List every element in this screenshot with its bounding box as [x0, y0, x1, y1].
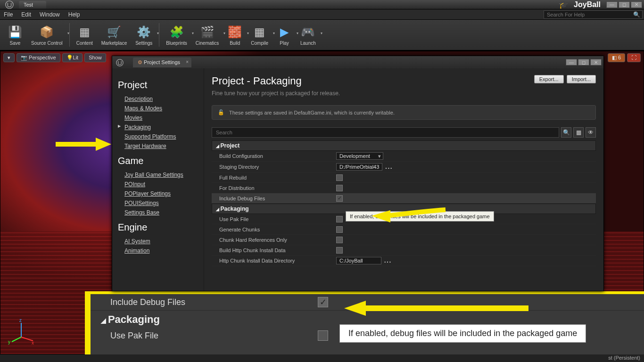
- zoom-use-pak-checkbox: [318, 330, 328, 341]
- sidebar-section-engine: Engine: [118, 222, 198, 233]
- import-button[interactable]: Import...: [567, 75, 596, 83]
- http-dir-field[interactable]: C:/JoyBall: [336, 257, 381, 264]
- lit-button[interactable]: 💡Lit: [62, 53, 83, 62]
- title-bar: Test 🎓 JoyBall — ◻ ✕: [0, 0, 644, 9]
- sidebar-item-supported-platforms[interactable]: Supported Platforms: [118, 132, 198, 141]
- close-button[interactable]: ✕: [631, 1, 642, 8]
- generate-chunks-checkbox[interactable]: [336, 226, 343, 233]
- settings-button[interactable]: ⚙️Settings▾: [132, 23, 156, 48]
- search-icon[interactable]: 🔍: [561, 127, 571, 138]
- sidebar-section-project: Project: [118, 80, 198, 90]
- dropdown-arrow-icon[interactable]: ▾: [67, 31, 69, 35]
- camera-icon: 📷: [21, 55, 27, 60]
- cube-icon: ◧: [612, 55, 617, 60]
- viewport-maximize-button[interactable]: ⛶: [627, 53, 641, 62]
- perspective-button[interactable]: 📷 Perspective: [17, 53, 60, 62]
- prop-for-distribution: For Distribution: [212, 183, 596, 193]
- menu-window[interactable]: Window: [40, 11, 60, 18]
- build-http-checkbox[interactable]: [336, 247, 343, 254]
- search-help-input[interactable]: [544, 10, 643, 19]
- viewport-badge[interactable]: ◧ 6: [608, 53, 625, 62]
- sidebar-item-target-hardware[interactable]: Target Hardware: [118, 141, 198, 151]
- lock-open-icon: 🔓: [218, 109, 224, 115]
- chunk-hard-checkbox[interactable]: [336, 237, 343, 243]
- source-control-button[interactable]: 📦Source Control▾: [27, 23, 66, 48]
- maximize-button[interactable]: ◻: [619, 1, 630, 8]
- svg-text:y: y: [8, 339, 10, 345]
- blueprints-button[interactable]: 🧩Blueprints▾: [162, 23, 190, 48]
- tab-close-button[interactable]: ×: [186, 59, 189, 65]
- dialog-titlebar[interactable]: ⚙ Project Settings × — ◻ ✕: [112, 56, 603, 68]
- sidebar-item-settings-base[interactable]: Settings Base: [118, 208, 198, 217]
- prop-http-chunk-dir: Http Chunk Install Data Directory C:/Joy…: [212, 255, 596, 266]
- prop-full-rebuild: Full Rebuild: [212, 173, 596, 183]
- clapboard-icon: 🎬: [200, 25, 215, 40]
- compile-button[interactable]: ▦Compile▾: [247, 23, 272, 48]
- gear-icon: ⚙: [138, 59, 142, 65]
- sidebar-item-poplayer[interactable]: POPlayer Settings: [118, 189, 198, 198]
- prop-chunk-hard-refs: Chunk Hard References Only: [212, 235, 596, 245]
- svg-point-0: [6, 0, 13, 8]
- svg-text:x: x: [32, 340, 34, 346]
- content-icon: ▦: [77, 25, 92, 40]
- dialog-maximize-button[interactable]: ◻: [578, 59, 589, 66]
- menu-help[interactable]: Help: [68, 11, 80, 18]
- sidebar-item-ai-system[interactable]: AI System: [118, 237, 198, 246]
- sidebar-item-pouisettings[interactable]: POUISettings: [118, 198, 198, 208]
- export-button[interactable]: Export...: [534, 75, 564, 83]
- build-config-dropdown[interactable]: Development: [336, 152, 383, 160]
- prop-build-config: Build Configuration Development: [212, 151, 596, 162]
- browse-button[interactable]: ...: [385, 164, 393, 170]
- eye-button[interactable]: 👁: [586, 127, 596, 138]
- sidebar-item-animation[interactable]: Animation: [118, 246, 198, 255]
- axis-gizmo-icon: z y x: [7, 318, 35, 346]
- for-distribution-checkbox[interactable]: [336, 185, 343, 191]
- launch-button[interactable]: 🎮Launch▾: [297, 23, 320, 48]
- grid-view-button[interactable]: ▦: [573, 127, 584, 138]
- minimize-button[interactable]: —: [606, 1, 618, 8]
- dropdown-arrow-icon[interactable]: ▾: [157, 31, 159, 35]
- save-button[interactable]: 💾Save: [4, 23, 26, 48]
- settings-search-input[interactable]: [212, 127, 559, 138]
- dialog-tab[interactable]: ⚙ Project Settings ×: [133, 58, 191, 67]
- bulb-icon: 💡: [66, 55, 73, 60]
- full-rebuild-checkbox[interactable]: [336, 174, 343, 181]
- menu-file[interactable]: File: [4, 11, 13, 18]
- menu-bar: File Edit Window Help 🔍: [0, 9, 644, 20]
- section-project[interactable]: Project: [212, 140, 596, 151]
- show-button[interactable]: Show: [84, 53, 106, 62]
- search-icon[interactable]: 🔍: [633, 11, 640, 18]
- build-icon: 🧱: [227, 25, 242, 40]
- zoom-use-pak-label: Use Pak File: [110, 331, 318, 341]
- sidebar-item-packaging[interactable]: Packaging: [118, 123, 198, 132]
- menu-edit[interactable]: Edit: [21, 11, 31, 18]
- content-subtitle: Fine tune how your project is packaged f…: [212, 90, 596, 97]
- include-debug-checkbox[interactable]: ✓: [336, 195, 343, 202]
- main-toolbar: 💾Save 📦Source Control▾ ▦Content 🛒Marketp…: [0, 20, 644, 51]
- info-bar: 🔓 These settings are saved in DefaultGam…: [212, 105, 596, 120]
- settings-content: Project - Packaging Fine tune how your p…: [204, 68, 603, 291]
- sidebar-item-movies[interactable]: Movies: [118, 113, 198, 123]
- build-button[interactable]: 🧱Build▾: [223, 23, 246, 48]
- content-button[interactable]: ▦Content: [73, 23, 97, 48]
- dialog-minimize-button[interactable]: —: [566, 59, 577, 66]
- viewport-menu-button[interactable]: ▾: [3, 53, 15, 62]
- sidebar-item-joyball-settings[interactable]: Joy Ball Game Settings: [118, 170, 198, 180]
- use-pak-checkbox[interactable]: [336, 216, 343, 222]
- prop-include-debug: Include Debug Files ✓: [212, 193, 596, 204]
- staging-dir-field[interactable]: D:/PrimeOrbial43: [336, 163, 382, 171]
- browse-button[interactable]: ...: [384, 257, 392, 264]
- cinematics-button[interactable]: 🎬Cinematics▾: [192, 23, 223, 48]
- sidebar-item-maps-modes[interactable]: Maps & Modes: [118, 104, 198, 113]
- marketplace-button[interactable]: 🛒Marketplace: [98, 23, 131, 48]
- sidebar-item-poinput[interactable]: POInput: [118, 180, 198, 189]
- dialog-close-button[interactable]: ✕: [590, 59, 602, 66]
- play-icon: ▶: [277, 25, 292, 40]
- sidebar-item-description[interactable]: Description: [118, 94, 198, 104]
- main-tab[interactable]: Test: [19, 1, 46, 8]
- gears-icon: ⚙️: [136, 25, 151, 40]
- play-button[interactable]: ▶Play▾: [273, 23, 296, 48]
- window-controls: — ◻ ✕: [606, 1, 642, 8]
- academic-hat-icon[interactable]: 🎓: [559, 0, 568, 9]
- dropdown-arrow-icon[interactable]: ▾: [321, 31, 322, 35]
